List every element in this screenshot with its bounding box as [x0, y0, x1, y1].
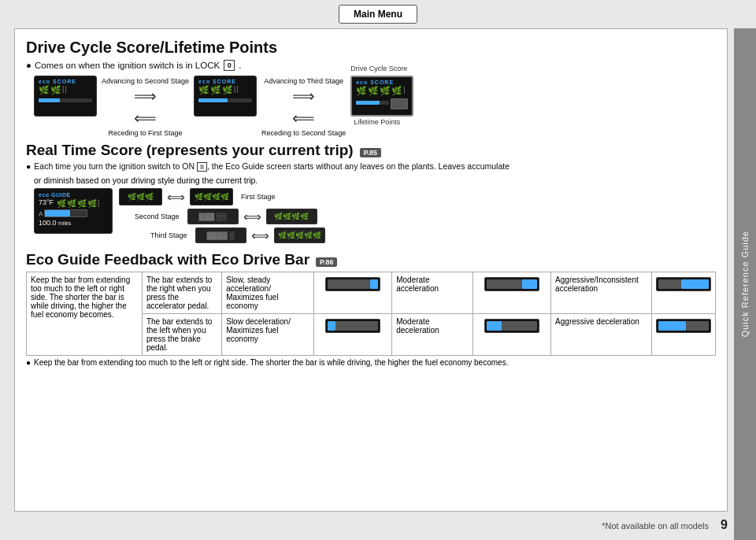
eco-label-2: eco SCORE: [198, 79, 252, 84]
advancing-label-2: Advancing to Third Stage: [264, 77, 343, 85]
eco-label-3: eco SCORE: [356, 80, 408, 85]
right-sidebar: Quick Reference Guide: [734, 28, 756, 540]
section2-badge: P.85: [360, 148, 381, 157]
feedback-img-2c: [652, 314, 716, 356]
advancing-label-1: Advancing to Second Stage: [102, 77, 189, 85]
mini-eco-2a: ▓▓▓ ▒▒: [187, 209, 239, 224]
mini-eco-3b: 🌿🌿🌿🌿🌿: [274, 227, 325, 243]
section2: Real Time Score (represents your current…: [26, 142, 716, 243]
arrows-2: Advancing to Third Stage ⟹ ⟸ Receding to…: [257, 77, 350, 137]
feedback-img-2b: [472, 314, 550, 356]
section3-bullet: ● Keep the bar from extending too much t…: [26, 358, 716, 367]
top-bar: Main Menu: [0, 0, 756, 28]
eco-guide-label: eco GUIDE: [39, 192, 108, 198]
drive-cycle-score-label: Drive Cycle Score: [350, 65, 407, 72]
feedback-bar-text-2: Slow deceleration/ Maximizes fuel econom…: [222, 314, 314, 356]
stages-container: 🌿🌿🌿 ⟺ 🌿🌿🌿🌿 First Stage Second Stage: [119, 188, 716, 243]
feedback-img-1c: [652, 272, 716, 314]
mini-eco-2b: 🌿🌿🌿🌿: [266, 209, 317, 224]
feedback-agg-2: Aggressive deceleration: [551, 314, 652, 356]
bar-visual-1c: [656, 277, 711, 291]
eco-leaves-1: 🌿 🌿 | |: [39, 85, 92, 95]
sidebar-label: Quick Reference Guide: [740, 231, 750, 337]
receding-label-1: Receding to First Stage: [109, 129, 183, 137]
eco-display-2: eco SCORE 🌿 🌿 🌿 | |: [194, 76, 257, 117]
section1: Drive Cycle Score/Lifetime Points ● Come…: [26, 39, 716, 137]
stage-row-3: Third Stage ▓▓▓▓ ▒ ⟺ 🌿🌿🌿🌿🌿: [150, 227, 716, 243]
feedback-bar-label-1: The bar extends to the right when you pr…: [142, 272, 221, 314]
feedback-desc: Keep the bar from extending too much to …: [27, 272, 143, 356]
stage-row-2: Second Stage ▓▓▓ ▒▒ ⟺ 🌿🌿🌿🌿: [135, 209, 716, 224]
main-content: Drive Cycle Score/Lifetime Points ● Come…: [14, 28, 728, 512]
section1-title: Drive Cycle Score/Lifetime Points: [26, 39, 716, 57]
section3: Eco Guide Feedback with Eco Drive Bar P.…: [26, 246, 716, 367]
eco-guide-display: eco GUIDE 73°F 🌿 🌿 🌿 🌿 | A: [34, 188, 113, 234]
bar-visual-1b: [484, 277, 539, 291]
section2-bullet2: or diminish based on your driving style …: [34, 176, 716, 185]
feedback-bar-label-2: The bar extends to the left when you pre…: [142, 314, 221, 356]
section3-title: Eco Guide Feedback with Eco Drive Bar: [26, 251, 309, 268]
feedback-mod-2: Moderate deceleration: [392, 314, 473, 356]
arrows-1: Advancing to Second Stage ⟹ ⟸ Receding t…: [97, 77, 194, 137]
feedback-img-1a: [313, 272, 391, 314]
main-menu-button[interactable]: Main Menu: [339, 5, 417, 24]
section2-bullet: ● Each time you turn the ignition switch…: [26, 161, 716, 171]
mini-eco-3a: ▓▓▓▓ ▒: [195, 227, 246, 243]
receding-label-2: Receding to Second Stage: [261, 129, 346, 137]
feedback-table: Keep the bar from extending too much to …: [26, 272, 716, 356]
section2-title: Real Time Score (represents your current…: [26, 142, 354, 159]
stage-row-1: 🌿🌿🌿 ⟺ 🌿🌿🌿🌿 First Stage: [119, 188, 716, 205]
eco-score-row: eco SCORE 🌿 🌿 | | Advancing to Second St…: [34, 76, 716, 137]
eco-mileage: 100.0 miles: [39, 219, 108, 227]
third-stage-label: Third Stage: [150, 231, 187, 239]
eco-leaves-3: 🌿 🌿 🌿 🌿 |: [356, 86, 408, 96]
eco-display-3: eco SCORE 🌿 🌿 🌿 🌿 |: [350, 76, 413, 117]
mini-eco-1b: 🌿🌿🌿🌿: [190, 188, 233, 205]
first-stage-label: First Stage: [241, 193, 276, 201]
feedback-mod-1: Moderate acceleration: [392, 272, 473, 314]
eco-display-1: eco SCORE 🌿 🌿 | |: [34, 76, 97, 117]
eco-label-1: eco SCORE: [39, 79, 92, 84]
section3-badge: P.86: [316, 257, 337, 267]
real-time-row: eco GUIDE 73°F 🌿 🌿 🌿 🌿 | A: [34, 188, 716, 243]
page-number: 9: [721, 518, 728, 532]
feedback-row-1: Keep the bar from extending too much to …: [27, 272, 716, 314]
feedback-bar-text-1: Slow, steady acceleration/ Maximizes fue…: [222, 272, 314, 314]
feedback-agg-1: Aggressive/Inconsistent acceleration: [551, 272, 652, 314]
bar-visual-2a: [325, 319, 380, 333]
bar-visual-2c: [656, 319, 711, 333]
bar-visual-1a: [325, 277, 380, 291]
eco-leaves-2: 🌿 🌿 🌿 | |: [198, 85, 252, 95]
mini-eco-1a: 🌿🌿🌿: [119, 188, 162, 205]
feedback-img-1b: [472, 272, 550, 314]
footer-note: *Not available on all models: [602, 521, 709, 531]
eco-guide-leaves: 🌿 🌿 🌿 🌿 |: [57, 199, 99, 208]
lock-box: 0: [224, 60, 235, 71]
feedback-img-2a: [313, 314, 391, 356]
second-stage-label: Second Stage: [135, 213, 180, 220]
bar-visual-2b: [484, 319, 539, 333]
lifetime-points-label: Lifetime Points: [350, 118, 400, 126]
eco-temp: 73°F: [39, 198, 54, 208]
